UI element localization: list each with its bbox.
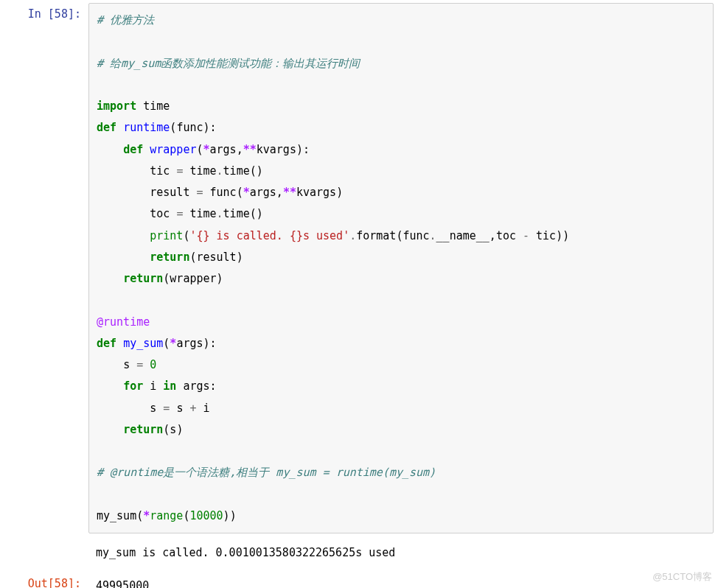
keyword-in: in bbox=[163, 379, 176, 393]
keyword-def: def bbox=[97, 121, 116, 134]
dunder-name: __name__ bbox=[436, 229, 489, 242]
keyword-return: return bbox=[150, 251, 189, 264]
string-literal: '{} is called. {}s used' bbox=[189, 229, 349, 242]
keyword-def: def bbox=[123, 143, 143, 156]
module-name: time bbox=[143, 99, 170, 113]
code-input[interactable]: # 优雅方法 # 给my_sum函数添加性能测试功能：输出其运行时间 impor… bbox=[88, 3, 714, 533]
input-cell: In [58]: # 优雅方法 # 给my_sum函数添加性能测试功能：输出其运… bbox=[0, 0, 718, 536]
keyword-import: import bbox=[97, 99, 136, 113]
star-op: * bbox=[203, 143, 210, 156]
keyword-for: for bbox=[123, 379, 143, 393]
func-name: wrapper bbox=[150, 143, 196, 156]
func-name: runtime bbox=[123, 121, 170, 134]
stdout-text: my_sum is called. 0.0010013580322265625s… bbox=[88, 539, 718, 567]
comment-line: # @runtime是一个语法糖,相当于 my_sum = runtime(my… bbox=[97, 466, 436, 479]
keyword-return: return bbox=[123, 423, 163, 436]
watermark: @51CTO博客 bbox=[652, 570, 712, 584]
output-value: 49995000 bbox=[88, 573, 718, 589]
stdout-cell: my_sum is called. 0.0010013580322265625s… bbox=[0, 536, 718, 570]
output-prompt: Out[58]: bbox=[0, 573, 88, 589]
decorator: @runtime bbox=[97, 315, 150, 329]
input-prompt: In [58]: bbox=[0, 3, 88, 21]
builtin-range: range bbox=[150, 509, 183, 522]
keyword-return: return bbox=[123, 272, 163, 285]
builtin-print: print bbox=[150, 229, 183, 242]
keyword-def: def bbox=[97, 337, 116, 350]
func-name: my_sum bbox=[123, 337, 163, 350]
dstar-op: ** bbox=[243, 143, 257, 156]
output-cell: Out[58]: 49995000 bbox=[0, 570, 718, 589]
comment-line: # 优雅方法 bbox=[97, 13, 154, 27]
comment-line: # 给my_sum函数添加性能测试功能：输出其运行时间 bbox=[97, 57, 360, 70]
empty-prompt bbox=[0, 539, 88, 544]
